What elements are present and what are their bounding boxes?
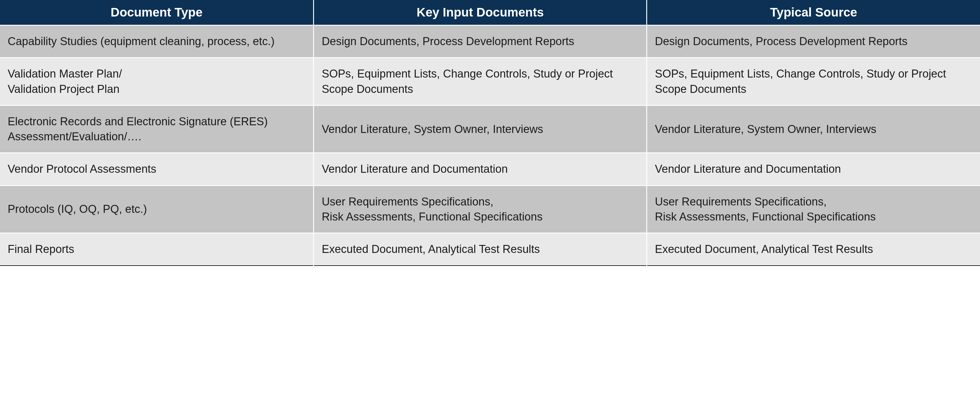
col-header-source: Typical Source	[647, 0, 980, 26]
cell-doc-type: Validation Master Plan/Validation Projec…	[0, 58, 314, 105]
cell-source: Vendor Literature and Documentation	[647, 153, 980, 185]
table-row: Capability Studies (equipment cleaning, …	[0, 26, 980, 58]
cell-doc-type: Vendor Protocol Assessments	[0, 153, 314, 185]
table-row: Final Reports Executed Document, Analyti…	[0, 233, 980, 266]
cell-key-input: Design Documents, Process Development Re…	[314, 26, 647, 58]
cell-doc-type: Capability Studies (equipment cleaning, …	[0, 26, 314, 58]
cell-key-input: Executed Document, Analytical Test Resul…	[314, 233, 647, 266]
cell-doc-type: Final Reports	[0, 233, 314, 266]
cell-doc-type: Protocols (IQ, OQ, PQ, etc.)	[0, 185, 314, 233]
cell-source: User Requirements Specifications,Risk As…	[647, 185, 980, 233]
cell-key-input: User Requirements Specifications,Risk As…	[314, 185, 647, 233]
cell-source: Design Documents, Process Development Re…	[647, 26, 980, 58]
table-header-row: Document Type Key Input Documents Typica…	[0, 0, 980, 26]
table-row: Validation Master Plan/Validation Projec…	[0, 58, 980, 105]
cell-key-input: Vendor Literature, System Owner, Intervi…	[314, 105, 647, 153]
table-row: Vendor Protocol Assessments Vendor Liter…	[0, 153, 980, 185]
col-header-key-input: Key Input Documents	[314, 0, 647, 26]
table-row: Protocols (IQ, OQ, PQ, etc.) User Requir…	[0, 185, 980, 233]
col-header-doc-type: Document Type	[0, 0, 314, 26]
table-row: Electronic Records and Electronic Signat…	[0, 105, 980, 153]
cell-source: Executed Document, Analytical Test Resul…	[647, 233, 980, 266]
cell-source: SOPs, Equipment Lists, Change Controls, …	[647, 58, 980, 105]
cell-key-input: SOPs, Equipment Lists, Change Controls, …	[314, 58, 647, 105]
documents-table: Document Type Key Input Documents Typica…	[0, 0, 980, 266]
cell-doc-type: Electronic Records and Electronic Signat…	[0, 105, 314, 153]
cell-source: Vendor Literature, System Owner, Intervi…	[647, 105, 980, 153]
cell-key-input: Vendor Literature and Documentation	[314, 153, 647, 185]
